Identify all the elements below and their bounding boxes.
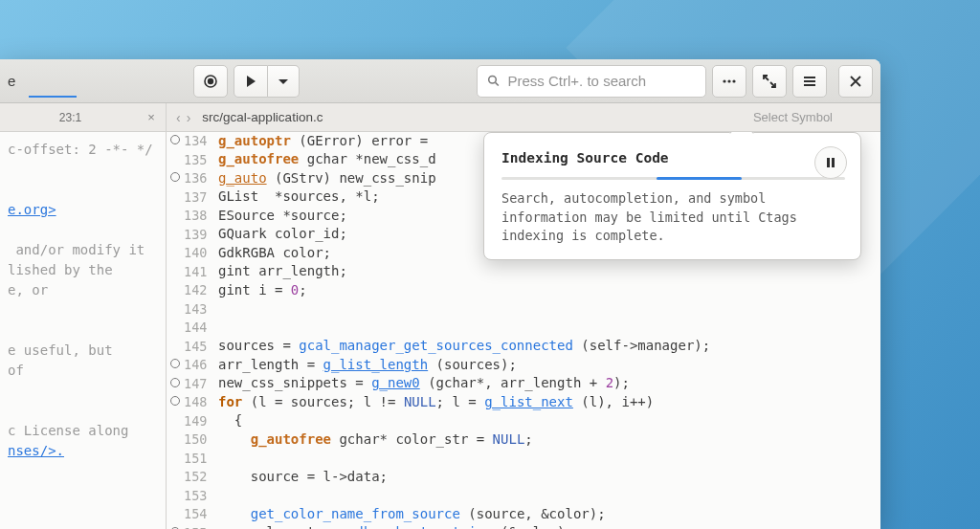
header-left: e: [8, 73, 25, 89]
code-content[interactable]: GList *sources, *l;: [218, 187, 380, 207]
line-number: 153: [184, 487, 218, 505]
code-content[interactable]: GQuark color_id;: [218, 225, 347, 244]
fullscreen-button[interactable]: [752, 65, 787, 98]
code-content[interactable]: gint i = 0;: [218, 281, 307, 300]
line-number: 142: [184, 281, 218, 299]
play-icon: [243, 74, 258, 89]
gutter-mark[interactable]: [167, 357, 184, 373]
global-search[interactable]: [477, 65, 706, 98]
gutter-mark[interactable]: [167, 170, 184, 187]
code-line[interactable]: 147new_css_snippets = g_new0 (gchar*, ar…: [167, 375, 880, 394]
svg-point-2: [489, 76, 497, 83]
code-content[interactable]: for (l = sources; l != NULL; l = g_list_…: [218, 393, 654, 412]
code-line[interactable]: 152 source = l->data;: [167, 468, 880, 487]
svg-point-1: [208, 77, 213, 83]
code-content[interactable]: color str = gdk rgba to string (&color);: [218, 523, 573, 529]
file-path[interactable]: src/gcal-application.c: [202, 110, 323, 124]
line-number: 155: [184, 524, 218, 529]
hamburger-icon: [802, 74, 817, 89]
code-content[interactable]: new_css_snippets = g_new0 (gchar*, arr_l…: [218, 374, 630, 393]
pause-indexing-button[interactable]: [814, 146, 847, 179]
code-line[interactable]: 151: [167, 450, 880, 469]
code-content[interactable]: {: [218, 411, 242, 430]
line-number: 138: [184, 207, 218, 225]
code-line[interactable]: 142gint i = 0;: [167, 281, 880, 300]
code-line[interactable]: 145sources = gcal_manager_get_sources_co…: [167, 338, 880, 357]
line-number: 140: [184, 244, 218, 262]
sidebar-line: [0, 160, 166, 180]
dots-icon: [722, 74, 737, 89]
code-content[interactable]: ESource *source;: [218, 207, 347, 226]
code-content[interactable]: arr_length = g_list_length (sources);: [218, 356, 517, 375]
gutter-mark[interactable]: [167, 376, 184, 392]
code-line[interactable]: 141gint arr_length;: [167, 263, 880, 282]
code-line[interactable]: 150 g_autofree gchar* color_str = NULL;: [167, 430, 880, 450]
indexing-popover: Indexing Source Code Search, autocomplet…: [483, 132, 861, 260]
line-number: 139: [184, 226, 218, 244]
tab-close-button[interactable]: ×: [143, 110, 160, 124]
code-line[interactable]: 155 color str = gdk rgba to string (&col…: [167, 524, 880, 530]
sidebar-line: [0, 220, 166, 240]
line-number: 145: [184, 338, 218, 356]
hamburger-menu-button[interactable]: [792, 65, 827, 98]
code-editor[interactable]: 134g_autoptr (GError) error =135g_autofr…: [167, 132, 880, 529]
omnibar-underline: [29, 96, 77, 98]
sidebar-line: e, or: [0, 280, 166, 300]
code-content[interactable]: gint arr_length;: [218, 262, 347, 281]
gutter-mark[interactable]: [167, 394, 184, 410]
record-icon: [203, 74, 218, 89]
line-number: 146: [184, 356, 218, 374]
gutter-mark[interactable]: [167, 525, 184, 529]
svg-point-5: [727, 79, 730, 82]
line-number: 143: [184, 300, 218, 319]
code-line[interactable]: 146arr_length = g_list_length (sources);: [167, 356, 880, 375]
svg-point-4: [723, 79, 725, 82]
sidebar-line: e useful, but: [0, 341, 166, 361]
run-menu-button[interactable]: [268, 65, 300, 98]
omnibar-text[interactable]: e: [8, 73, 15, 89]
code-content[interactable]: sources = gcal_manager_get_sources_conne…: [218, 337, 710, 356]
code-content[interactable]: g_auto (GStrv) new_css_snip: [218, 169, 436, 188]
code-line[interactable]: 148for (l = sources; l != NULL; l = g_li…: [167, 393, 880, 412]
code-content[interactable]: g_autofree gchar *new_css_d: [218, 150, 436, 169]
code-content[interactable]: source = l->data;: [218, 468, 388, 487]
code-line[interactable]: 153: [167, 487, 880, 506]
gutter-mark[interactable]: [167, 133, 184, 149]
svg-rect-7: [827, 158, 830, 167]
sidebar-line: [0, 401, 166, 421]
search-input[interactable]: [508, 73, 696, 89]
code-content[interactable]: GdkRGBA color;: [218, 244, 331, 263]
line-number: 151: [184, 450, 218, 468]
tab-bar: 23:1 × ‹ › src/gcal-application.c Select…: [0, 103, 880, 132]
left-pane-tab[interactable]: 23:1 ×: [0, 103, 167, 131]
sidebar-line: c-offset: 2 -*- */: [0, 140, 166, 160]
symbol-dropdown[interactable]: Select Symbol: [753, 110, 833, 124]
code-line[interactable]: 149 {: [167, 412, 880, 431]
more-button[interactable]: [712, 65, 746, 98]
run-button[interactable]: [234, 65, 268, 98]
record-button[interactable]: [193, 65, 228, 98]
pause-icon: [825, 157, 836, 168]
line-number: 144: [184, 319, 218, 337]
code-line[interactable]: 143: [167, 300, 880, 320]
code-content[interactable]: g_autoptr (GError) error =: [218, 132, 428, 151]
code-line[interactable]: 154 get_color_name_from_source (source, …: [167, 505, 880, 524]
sidebar-line: lished by the: [0, 260, 166, 280]
line-number: 148: [184, 393, 218, 411]
close-window-button[interactable]: [838, 65, 873, 98]
code-content[interactable]: g_autofree gchar* color_str = NULL;: [218, 430, 533, 450]
sidebar-line: c License along: [0, 421, 166, 441]
svg-rect-8: [832, 158, 835, 167]
header-right: [712, 65, 873, 98]
line-number: 149: [184, 412, 218, 430]
sidebar-line: [0, 300, 166, 320]
sidebar-line: and/or modify it: [0, 240, 166, 260]
nav-back-button[interactable]: ‹: [176, 110, 181, 125]
popover-body: Search, autocompletion, and symbol infor…: [501, 189, 845, 246]
left-source-pane[interactable]: c-offset: 2 -*- */e.org> and/or modify i…: [0, 132, 167, 529]
line-number: 134: [184, 132, 218, 150]
code-content[interactable]: get_color_name_from_source (source, &col…: [218, 505, 606, 524]
popover-title: Indexing Source Code: [501, 148, 845, 167]
nav-forward-button[interactable]: ›: [187, 110, 191, 125]
code-line[interactable]: 144: [167, 319, 880, 338]
